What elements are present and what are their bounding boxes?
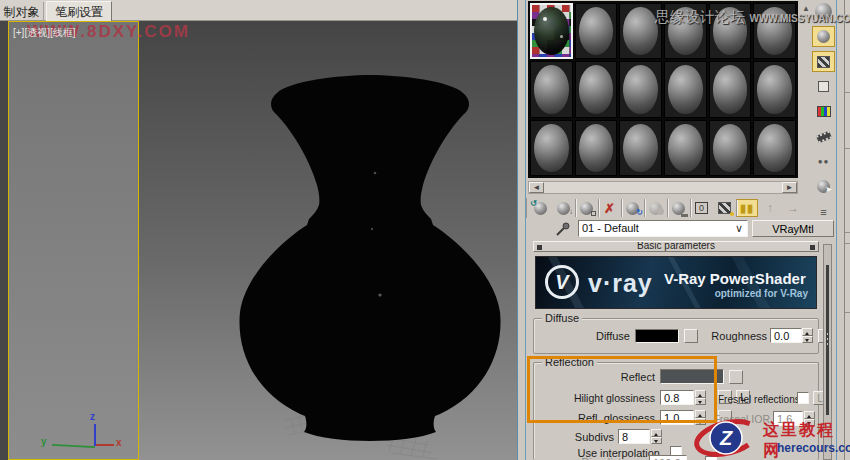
go-to-parent-icon[interactable]: ↑ (759, 199, 781, 217)
tab-draw-object[interactable]: 制对象 (0, 2, 44, 21)
top-tab-bar: 制对象 笔刷设置 (0, 0, 517, 21)
screenshot-root: 制对象 笔刷设置 [+][透视][线框] WWW.8DXY.COM (0, 0, 850, 460)
make-unique-icon[interactable] (644, 199, 666, 217)
chevron-down-icon[interactable]: ∨ (735, 222, 743, 235)
material-sample-slot[interactable] (575, 61, 618, 117)
material-sample-sphere (757, 65, 792, 113)
material-sample-sphere (579, 7, 614, 55)
sample-uv-tiling-icon[interactable] (812, 76, 835, 97)
diffuse-group: Diffuse Diffuse Roughness 0.0 (533, 318, 819, 354)
vase-silhouette[interactable] (239, 75, 500, 441)
material-sample-slot-selected[interactable] (530, 3, 573, 59)
fresnel-reflections-label: Fresnel reflections (718, 393, 795, 406)
material-editor-toolbar: ↺↓✗↻0▮▮↑→ (526, 198, 812, 218)
material-sample-sphere (668, 65, 703, 113)
subdivs-spinner[interactable] (651, 429, 662, 444)
subdivs-label: Subdivs (572, 431, 614, 444)
material-sample-sphere (623, 65, 658, 113)
roughness-spinner[interactable] (802, 328, 813, 343)
show-end-result-icon[interactable]: ▮▮ (736, 199, 758, 217)
material-map-navigator-icon[interactable]: ≡ (812, 201, 835, 222)
diffuse-map-button[interactable] (684, 329, 698, 343)
make-preview-icon[interactable] (812, 126, 835, 147)
show-map-in-viewport-icon[interactable] (713, 199, 735, 217)
fresnel-reflections-checkbox[interactable] (797, 392, 809, 404)
site-logo: Z 这里教程网 herecours.com (693, 417, 850, 460)
pick-material-eyedropper-icon[interactable] (555, 221, 571, 237)
subdivs-field[interactable]: 8 (618, 429, 650, 444)
backlight-icon[interactable] (812, 26, 835, 47)
site-logo-domain: herecours.com (763, 441, 850, 455)
options-icon[interactable]: ●● (812, 151, 835, 172)
dim-distance-field[interactable]: 100.0 (649, 455, 687, 460)
axis-x-line (96, 444, 114, 446)
material-sample-sphere (534, 7, 569, 55)
tab-brush-settings[interactable]: 笔刷设置 (46, 1, 112, 21)
material-sample-sphere (534, 124, 569, 172)
material-sample-slot[interactable] (709, 61, 752, 117)
material-sample-slot[interactable] (575, 120, 618, 176)
axis-z-label: z (90, 411, 95, 422)
get-material-icon[interactable]: ↺ (529, 199, 551, 217)
rollout-basic-parameters[interactable]: Basic parameters (533, 241, 819, 252)
material-sample-slot[interactable] (575, 3, 618, 59)
material-sample-slot[interactable] (530, 120, 573, 176)
material-sample-sphere (623, 7, 658, 55)
axis-y-label: y (41, 436, 47, 447)
material-type-button[interactable]: VRayMtl (752, 220, 834, 237)
background-icon[interactable] (812, 51, 835, 72)
scroll-left-icon[interactable]: ◄ (529, 182, 544, 193)
material-sample-sphere (623, 124, 658, 172)
material-sample-slot[interactable] (753, 120, 796, 176)
reset-map-icon[interactable]: ✗ (598, 199, 620, 217)
select-by-material-icon[interactable]: ➤ (812, 176, 835, 197)
viewport-label[interactable]: [+][透视][线框] (13, 26, 76, 40)
viewport-perspective[interactable] (139, 21, 517, 460)
palette-watermark: 思缘设计论坛 WWW.MISSYUAN.COM (655, 8, 850, 27)
material-sample-slot[interactable] (619, 61, 662, 117)
put-to-library-icon[interactable] (667, 199, 689, 217)
material-name-dropdown[interactable]: 01 - Default ∨ (578, 220, 748, 237)
material-sample-sphere (579, 124, 614, 172)
site-logo-mark: Z (693, 417, 765, 460)
material-sample-sphere (713, 65, 748, 113)
material-sample-slot[interactable] (664, 61, 707, 117)
palette-hscrollbar[interactable]: ◄ ► (528, 181, 798, 194)
viewport-left-active[interactable] (8, 21, 139, 460)
material-sample-slot[interactable] (664, 120, 707, 176)
material-sample-sphere (534, 65, 569, 113)
background-panel-sliver (844, 0, 850, 460)
material-sample-palette (528, 1, 798, 178)
material-sample-slot[interactable] (530, 61, 573, 117)
params-vscroll-thumb[interactable] (826, 265, 829, 415)
site-logo-monogram: Z (719, 427, 733, 449)
material-id-channel-icon[interactable]: 0 (690, 199, 712, 217)
go-forward-to-sibling-icon[interactable]: → (782, 199, 804, 217)
vase-speck (371, 228, 373, 230)
vray-brand-text: v·ray (588, 269, 653, 298)
make-material-copy-icon[interactable]: ↻ (621, 199, 643, 217)
banner-subtitle: optimized for V-Ray (696, 288, 808, 299)
put-material-to-scene-icon[interactable]: ↓ (552, 199, 574, 217)
material-sample-slot[interactable] (753, 61, 796, 117)
vase-render (139, 21, 517, 460)
vray-banner: V v·ray V-Ray PowerShader optimized for … (535, 256, 817, 309)
sample-window-toolbar: ●●➤≡ (812, 0, 836, 240)
material-sample-sphere (757, 124, 792, 172)
scroll-right-icon[interactable]: ► (782, 182, 797, 193)
roughness-field[interactable]: 0.0 (770, 328, 802, 343)
vase-speck (378, 293, 381, 296)
material-sample-slot[interactable] (619, 120, 662, 176)
reflect-map-button[interactable] (729, 370, 743, 384)
material-sample-sphere (668, 124, 703, 172)
video-color-check-icon[interactable] (812, 101, 835, 122)
material-sample-slot[interactable] (709, 120, 752, 176)
diffuse-label: Diffuse (574, 330, 630, 343)
axis-z-line (94, 424, 96, 446)
material-sample-sphere (713, 124, 748, 172)
diffuse-color-swatch[interactable] (635, 329, 679, 343)
banner-title: V-Ray PowerShader (664, 270, 806, 287)
assign-material-to-selection-icon[interactable] (575, 199, 597, 217)
material-name-row: 01 - Default ∨ VRayMtl (517, 220, 837, 240)
roughness-label: Roughness (709, 330, 767, 343)
